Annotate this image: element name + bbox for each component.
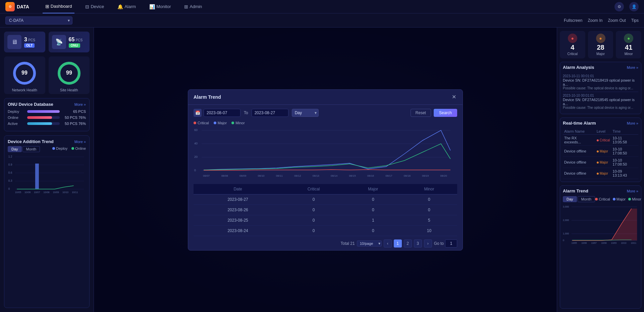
realtime-alarm-more[interactable]: More » [627, 121, 638, 125]
fullscreen-button[interactable]: Fullscreen [564, 18, 582, 23]
granularity-select[interactable]: Day Week Month [292, 109, 319, 117]
col-minor: Minor [401, 184, 457, 194]
minor-count: 41 [625, 44, 632, 51]
rt-cell-level: Major [595, 168, 611, 179]
alarm-legend-critical: Critical [595, 197, 610, 201]
legend-deploy: Deploy [52, 146, 67, 150]
level-dot [597, 139, 599, 141]
device-trend-more[interactable]: More » [74, 140, 86, 144]
realtime-alarm-title: Real-time Alarm [563, 121, 596, 126]
alarm-trend-tab-month[interactable]: Month [578, 196, 595, 202]
date-to-input[interactable] [252, 109, 288, 117]
table-row: 2023-08-25 0 1 5 [194, 215, 457, 225]
list-item: Device offline Major 10-10 17:08:50 [563, 157, 638, 168]
nav-admin[interactable]: ⊞ Admin [181, 0, 205, 13]
svg-rect-23 [35, 164, 39, 189]
monitor-icon: 📊 [149, 4, 155, 9]
onu-icon: 📡 [52, 35, 66, 49]
nav-dashboard[interactable]: ⊞ Dashboard [43, 0, 75, 13]
tab-day[interactable]: Day [8, 146, 22, 152]
reset-button[interactable]: Reset [411, 109, 431, 117]
cell-date: 2023-08-26 [194, 205, 282, 215]
date-from-input[interactable] [204, 109, 240, 117]
rt-cell-name: Device offline [563, 157, 595, 168]
cell-date: 2023-08-27 [194, 194, 282, 205]
svg-text:10/09: 10/09 [53, 191, 59, 194]
prev-page-button[interactable]: ‹ [384, 239, 392, 248]
page-1-button[interactable]: 1 [394, 239, 402, 248]
svg-text:0.9: 0.9 [8, 163, 12, 166]
cell-date: 2023-08-24 [194, 225, 282, 236]
db-active-bar-wrap [27, 122, 60, 125]
onu-count: 65 PCS [69, 37, 83, 43]
total-count: Total 21 [341, 241, 355, 246]
nav-alarm[interactable]: 🔔 Alarm [115, 0, 139, 13]
cell-critical: 0 [282, 225, 345, 236]
onu-card: 📡 65 PCS ONU [49, 32, 90, 52]
rt-cell-time: 10-11 13:05:58 [611, 135, 638, 146]
svg-text:08/09: 08/09 [239, 174, 247, 177]
page-2-button[interactable]: 2 [404, 239, 412, 248]
next-page-button[interactable]: › [424, 239, 432, 248]
level-dot [597, 162, 599, 164]
modal-close-button[interactable]: ✕ [450, 94, 457, 100]
svg-text:10/11: 10/11 [72, 191, 78, 194]
user-avatar[interactable]: 👤 [629, 2, 639, 11]
alarm-analysis-more[interactable]: More » [627, 65, 638, 70]
onu-db-more[interactable]: More » [74, 102, 86, 106]
cell-minor: 0 [401, 194, 457, 205]
org-select[interactable]: C-DATA [5, 16, 72, 25]
db-deploy-label: Deploy [8, 109, 24, 114]
alarm-trend-mini-title: Alarm Trend [563, 188, 588, 193]
search-button[interactable]: Search [434, 109, 457, 117]
svg-text:0.6: 0.6 [8, 171, 12, 174]
onu-db-title: ONU Device Database [8, 102, 53, 107]
alarm-trend-tab-day[interactable]: Day [563, 196, 577, 202]
network-health-svg: 99 [11, 60, 38, 87]
per-page-select[interactable]: 10/page 20/page [357, 240, 382, 247]
svg-text:10/11: 10/11 [631, 242, 636, 244]
nav-monitor[interactable]: 📊 Monitor [147, 0, 173, 13]
db-active-bar [27, 122, 52, 125]
svg-text:10/06: 10/06 [24, 191, 31, 194]
zoom-out-button[interactable]: Zoom Out [608, 18, 626, 23]
db-online-val: 50 PCS 76% [62, 116, 86, 120]
olt-count: 3 PCS [24, 37, 35, 43]
realtime-alarm-section: Real-time Alarm More » Alarm Name Level … [560, 118, 641, 182]
level-badge: Major [597, 172, 608, 175]
alarm-time-0: 2023-10-11 00:01:01 [563, 74, 638, 78]
nav-admin-label: Admin [190, 4, 202, 9]
critical-label: Critical [568, 52, 578, 56]
cell-major: 1 [345, 215, 401, 225]
alarm-cause-1: Possible cause: The optical device is ag… [563, 106, 638, 109]
alarm-trend-mini-more[interactable]: More » [627, 189, 638, 193]
svg-text:08/20: 08/20 [440, 174, 447, 177]
device-cards: 🖥 3 PCS OLT 📡 65 PCS ONU [4, 32, 90, 52]
db-active-label: Active [8, 122, 24, 126]
zoom-in-button[interactable]: Zoom In [588, 18, 602, 23]
page-3-button[interactable]: 3 [414, 239, 422, 248]
svg-text:08/11: 08/11 [276, 174, 283, 177]
svg-text:60: 60 [194, 128, 198, 132]
minor-label: Minor [625, 52, 633, 56]
col-critical: Critical [282, 184, 345, 194]
rt-cell-time: 10-10 17:08:50 [611, 157, 638, 168]
onu-badge: ONU [69, 43, 80, 48]
logo: ⊙ DATA [5, 2, 29, 11]
cell-minor: 5 [401, 215, 457, 225]
rt-cell-time: 10-10 17:08:50 [611, 146, 638, 157]
alarm-cause-0: Possible cause: The optical device is ag… [563, 86, 638, 90]
modal-chart-area: 60 40 20 0 08/07 08/08 08/ [194, 127, 457, 181]
cell-major: 0 [345, 194, 401, 205]
settings-button[interactable]: ⚙ [614, 2, 624, 11]
svg-text:08/13: 08/13 [313, 174, 320, 177]
nav-device[interactable]: ⊟ Device [83, 0, 107, 13]
level-dot [597, 150, 599, 152]
goto-input[interactable] [445, 239, 457, 248]
goto-wrap: Go to [434, 239, 457, 248]
onu-db-header: ONU Device Database More » [8, 102, 86, 107]
modal-title: Alarm Trend [194, 94, 221, 100]
tips-button[interactable]: Tips [631, 18, 639, 23]
db-deploy-bar [27, 110, 60, 113]
tab-month[interactable]: Month [22, 146, 40, 152]
